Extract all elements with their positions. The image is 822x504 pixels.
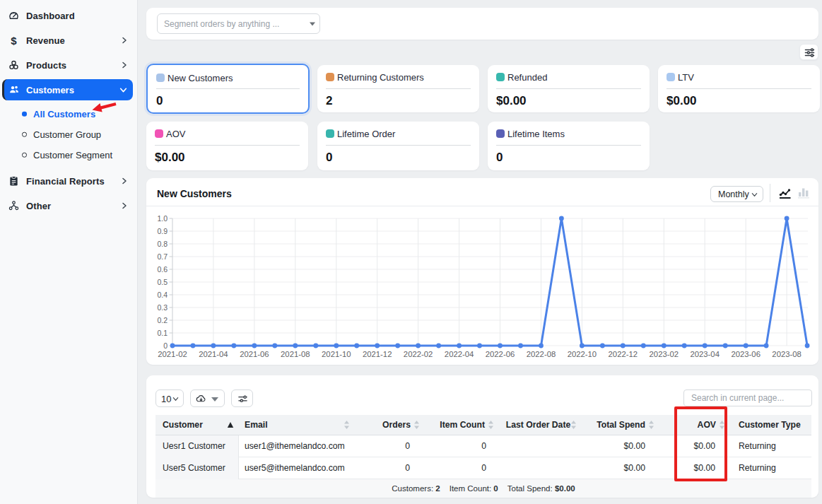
svg-text:2021-04: 2021-04 — [199, 350, 228, 358]
svg-text:2022-02: 2022-02 — [404, 350, 433, 358]
svg-text:2022-10: 2022-10 — [568, 350, 597, 358]
svg-text:0.5: 0.5 — [157, 278, 168, 286]
svg-text:0.8: 0.8 — [157, 240, 168, 248]
svg-text:0.3: 0.3 — [157, 303, 168, 312]
svg-text:0.6: 0.6 — [157, 265, 168, 274]
svg-text:2022-04: 2022-04 — [445, 350, 474, 358]
svg-text:2023-08: 2023-08 — [772, 350, 801, 358]
svg-text:2021-06: 2021-06 — [240, 350, 269, 358]
svg-text:2021-12: 2021-12 — [363, 350, 392, 358]
svg-text:0.9: 0.9 — [157, 227, 168, 235]
svg-text:2022-12: 2022-12 — [609, 350, 638, 358]
svg-text:0.4: 0.4 — [157, 291, 168, 299]
svg-text:2023-04: 2023-04 — [690, 350, 719, 358]
svg-text:0: 0 — [163, 341, 168, 350]
svg-text:2022-06: 2022-06 — [486, 350, 515, 358]
svg-text:1.0: 1.0 — [157, 214, 168, 223]
svg-text:2021-08: 2021-08 — [281, 350, 310, 358]
svg-text:0.7: 0.7 — [157, 252, 168, 261]
svg-text:2021-02: 2021-02 — [158, 350, 187, 358]
svg-text:2021-10: 2021-10 — [322, 350, 351, 358]
svg-text:2023-06: 2023-06 — [731, 350, 760, 358]
svg-text:0.1: 0.1 — [157, 329, 168, 337]
svg-text:2022-08: 2022-08 — [527, 350, 556, 358]
svg-text:2023-02: 2023-02 — [650, 350, 679, 358]
svg-text:0.2: 0.2 — [157, 316, 168, 324]
